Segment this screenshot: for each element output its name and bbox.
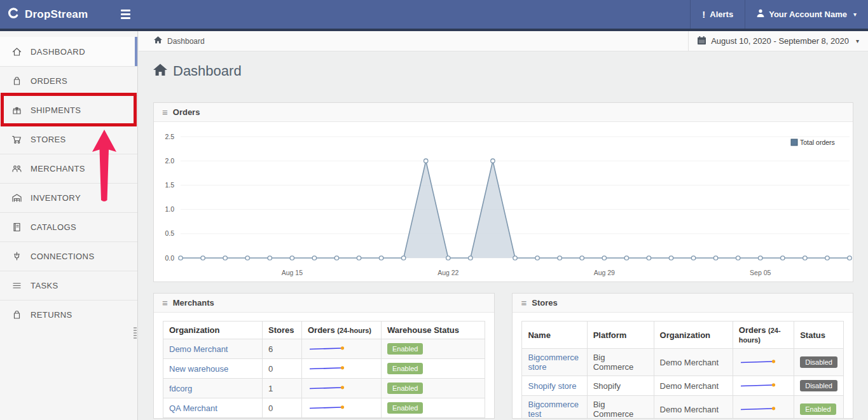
merchants-panel-title: Merchants: [173, 298, 214, 308]
store-name-link[interactable]: Bigcommerce test: [528, 400, 578, 419]
plug-icon: [11, 251, 22, 262]
platform-cell: Big Commerce: [587, 396, 654, 419]
catalog-icon: [11, 222, 22, 233]
home-icon: [154, 36, 162, 46]
stores-count: 1: [263, 379, 302, 398]
breadcrumb-label: Dashboard: [167, 37, 205, 46]
svg-text:1.0: 1.0: [165, 205, 174, 213]
brand-logo[interactable]: DropStream: [8, 7, 88, 22]
table-row: Bigcommerce test Big Commerce Demo Merch…: [522, 396, 844, 419]
orders-sparkline: [308, 403, 348, 412]
list-icon: [11, 280, 22, 292]
status-badge: Enabled: [387, 343, 423, 355]
svg-text:Aug 15: Aug 15: [282, 269, 303, 276]
alerts-button[interactable]: ! Alerts: [690, 0, 745, 29]
gift-icon: [11, 105, 22, 116]
stores-panel: ≡ Stores NamePlatformOrganizationOrders …: [512, 293, 853, 419]
sidebar-item-tasks[interactable]: TASKS: [0, 271, 137, 300]
table-row: fdcorg 1 Enabled: [163, 379, 485, 398]
svg-text:0.0: 0.0: [165, 254, 174, 262]
sidebar-item-label: INVENTORY: [31, 193, 81, 203]
table-row: Shopify store Shopify Demo Merchant Disa…: [522, 376, 844, 396]
orders-chart: 0.00.51.01.52.02.5Aug 15Aug 22Aug 29Sep …: [154, 122, 853, 283]
main-area: Dashboard August 10, 2020 - September 8,…: [139, 31, 868, 420]
organization-link[interactable]: QA Merchant: [169, 403, 217, 413]
status-badge: Disabled: [800, 380, 837, 391]
sidebar-item-label: TASKS: [31, 281, 59, 290]
sidebar-item-inventory[interactable]: INVENTORY: [0, 183, 137, 212]
breadcrumb-bar: Dashboard August 10, 2020 - September 8,…: [139, 31, 868, 51]
sidebar-item-label: STORES: [31, 135, 66, 144]
bag-icon: [11, 76, 22, 87]
sidebar-item-label: SHIPMENTS: [31, 105, 81, 115]
status-badge: Enabled: [800, 403, 836, 415]
sidebar-item-returns[interactable]: RETURNS: [0, 300, 137, 329]
status-badge: Enabled: [387, 363, 423, 374]
warehouse-icon: [11, 193, 22, 204]
page-title: Dashboard: [153, 63, 853, 79]
organization-cell: Demo Merchant: [654, 349, 733, 376]
column-header: Warehouse Status: [382, 322, 485, 339]
stores-count: 0: [263, 398, 302, 418]
organization-link[interactable]: New warehouse: [169, 364, 228, 374]
column-header: Organization: [654, 322, 733, 349]
platform-cell: Big Commerce: [587, 349, 654, 376]
sidebar-item-stores[interactable]: STORES: [0, 125, 137, 154]
sidebar-item-label: RETURNS: [31, 310, 72, 320]
store-name-link[interactable]: Shopify store: [528, 381, 576, 391]
brand-swirl-icon: [8, 7, 20, 22]
table-row: Demo Merchant 6 Enabled: [163, 339, 485, 359]
organization-link[interactable]: Demo Merchant: [169, 344, 228, 354]
home-icon: [11, 46, 22, 57]
caret-down-icon: ▾: [853, 11, 857, 18]
sidebar-item-label: ORDERS: [31, 76, 67, 86]
orders-sparkline: [308, 383, 348, 392]
sidebar-item-shipments[interactable]: SHIPMENTS: [0, 95, 137, 125]
table-row: QA Merchant 0 Enabled: [163, 398, 485, 418]
svg-text:2.5: 2.5: [165, 133, 174, 140]
date-range-picker[interactable]: August 10, 2020 - September 8, 2020 ▾: [688, 31, 868, 51]
status-badge: Enabled: [387, 383, 423, 394]
sidebar: DASHBOARD ORDERS SHIPMENTS STORES MERCHA…: [0, 31, 138, 420]
organization-cell: Demo Merchant: [654, 376, 733, 396]
organization-link[interactable]: fdcorg: [169, 384, 192, 393]
orders-panel-header: ≡ Orders: [154, 103, 853, 122]
svg-text:2.0: 2.0: [165, 157, 174, 165]
page-title-text: Dashboard: [173, 63, 242, 79]
date-range-label: August 10, 2020 - September 8, 2020: [711, 36, 849, 46]
column-header: Organization: [163, 322, 263, 339]
svg-text:Aug 29: Aug 29: [594, 269, 615, 276]
orders-sparkline: [308, 344, 348, 353]
column-header: Platform: [587, 322, 654, 349]
sidebar-scroll-grip[interactable]: [134, 327, 137, 339]
sidebar-item-label: MERCHANTS: [31, 164, 85, 173]
orders-sparkline: [308, 363, 348, 372]
orders-sparkline: [739, 381, 780, 390]
stores-panel-title: Stores: [532, 298, 557, 308]
sidebar-item-dashboard[interactable]: DASHBOARD: [0, 37, 137, 66]
column-header: Orders (24-hours): [302, 322, 382, 339]
sidebar-item-merchants[interactable]: MERCHANTS: [0, 154, 137, 183]
account-menu[interactable]: Your Account Name ▾: [745, 0, 868, 29]
brand-name: DropStream: [25, 8, 88, 21]
store-name-link[interactable]: Bigcommerce store: [528, 353, 578, 372]
breadcrumb[interactable]: Dashboard: [154, 36, 205, 46]
top-navbar: DropStream ! Alerts Your Account Name ▾: [0, 0, 868, 31]
sidebar-item-orders[interactable]: ORDERS: [0, 66, 137, 95]
sidebar-item-catalogs[interactable]: CATALOGS: [0, 212, 137, 241]
return-bag-icon: [11, 309, 22, 321]
merchants-table: OrganizationStoresOrders (24-hours)Wareh…: [163, 321, 485, 418]
orders-panel: ≡ Orders 0.00.51.01.52.02.5Aug 15Aug 22A…: [153, 102, 853, 282]
user-icon: [757, 9, 764, 20]
status-badge: Enabled: [387, 402, 423, 414]
hamburger-icon[interactable]: [121, 10, 130, 19]
orders-sparkline: [739, 357, 780, 366]
merchants-panel-header: ≡ Merchants: [154, 294, 494, 313]
caret-down-icon: ▾: [856, 37, 859, 44]
account-label: Your Account Name: [769, 10, 847, 19]
sidebar-item-connections[interactable]: CONNECTIONS: [0, 241, 137, 271]
stores-panel-header: ≡ Stores: [513, 294, 853, 313]
column-header: Stores: [263, 322, 302, 339]
table-row: New warehouse 0 Enabled: [163, 359, 485, 379]
orders-sparkline: [739, 404, 780, 413]
